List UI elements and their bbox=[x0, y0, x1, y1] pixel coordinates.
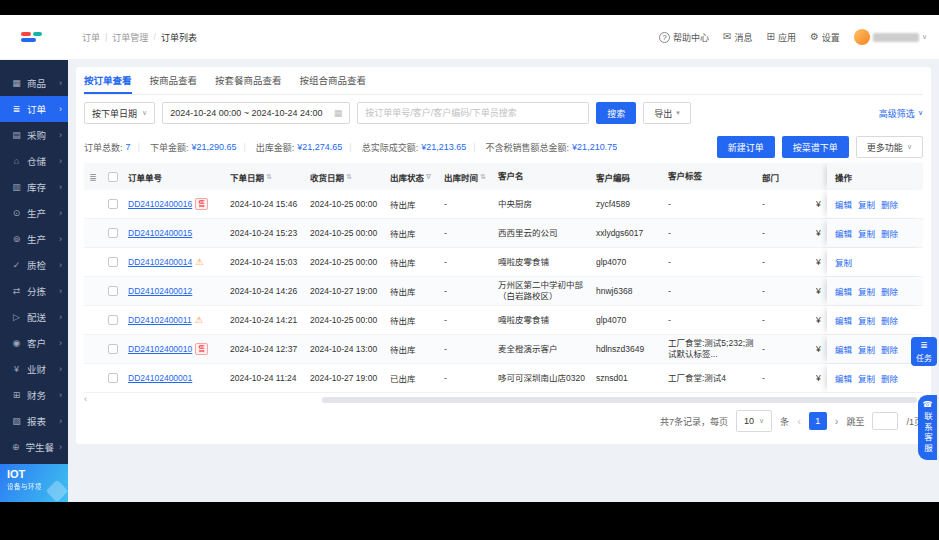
row-action-link[interactable]: 删除 bbox=[881, 227, 898, 239]
date-type-select[interactable]: 按下单日期 ∨ bbox=[84, 102, 155, 124]
order-number-link[interactable]: DD24102400010 bbox=[128, 344, 192, 354]
app-logo[interactable] bbox=[0, 32, 68, 42]
view-tab[interactable]: 按商品查看 bbox=[150, 67, 198, 94]
menu-order-button[interactable]: 按菜谱下单 bbox=[782, 136, 849, 158]
view-tab[interactable]: 按订单查看 bbox=[84, 67, 132, 94]
view-tab[interactable]: 按组合商品查看 bbox=[300, 67, 367, 94]
row-action-link[interactable]: 删除 bbox=[881, 343, 898, 355]
breadcrumb-group[interactable]: 订单管理 bbox=[112, 31, 148, 44]
next-page-button[interactable]: › bbox=[835, 416, 839, 427]
iot-footer[interactable]: IOT 设备与环境 bbox=[0, 464, 68, 502]
sidebar-item[interactable]: ▷ 配送 › bbox=[0, 304, 68, 330]
search-input[interactable] bbox=[357, 102, 589, 124]
sidebar-item[interactable]: ⇄ 分拣 › bbox=[0, 278, 68, 304]
cell-actions: 编辑复制删除 bbox=[827, 335, 923, 363]
row-action-link[interactable]: 复制 bbox=[858, 285, 875, 297]
user-menu[interactable]: ∨ bbox=[854, 29, 927, 45]
col-header-customer: 客户名 bbox=[494, 163, 592, 190]
more-functions-button[interactable]: 更多功能 ∨ bbox=[856, 136, 923, 158]
sidebar-item[interactable]: ⊚ 生产 › bbox=[0, 226, 68, 252]
order-number-link[interactable]: DD24102400012 bbox=[128, 286, 192, 296]
row-action-link[interactable]: 编辑 bbox=[835, 198, 852, 210]
row-checkbox[interactable] bbox=[108, 257, 118, 267]
row-checkbox[interactable] bbox=[108, 315, 118, 325]
current-page[interactable]: 1 bbox=[809, 412, 827, 430]
messages-button[interactable]: ✉ 消息 bbox=[723, 31, 752, 44]
sidebar-item[interactable]: ✓ 质检 › bbox=[0, 252, 68, 278]
row-action-link[interactable]: 编辑 bbox=[835, 314, 852, 326]
sidebar-item[interactable]: ¥ 业财 › bbox=[0, 356, 68, 382]
breadcrumb-section[interactable]: 订单 bbox=[82, 31, 100, 44]
filter-funnel-icon[interactable]: ∇ bbox=[426, 173, 431, 181]
iot-title: IOT bbox=[7, 468, 61, 481]
sidebar-item-icon: ▷ bbox=[11, 312, 22, 322]
page-jump-input[interactable] bbox=[872, 412, 898, 430]
sidebar-item[interactable]: ⊞ 财务 › bbox=[0, 382, 68, 408]
row-action-link[interactable]: 复制 bbox=[858, 227, 875, 239]
cell-delivery-date: 2024-10-27 19:00 bbox=[306, 364, 386, 392]
cell-customer: 嘎啦皮零食铺 bbox=[494, 306, 592, 334]
row-action-link[interactable]: 编辑 bbox=[835, 227, 852, 239]
row-action-link[interactable]: 编辑 bbox=[835, 372, 852, 384]
row-action-link[interactable]: 删除 bbox=[881, 314, 898, 326]
row-action-link[interactable]: 删除 bbox=[881, 198, 898, 210]
advanced-filter-link[interactable]: 高级筛选 ∨ bbox=[879, 107, 923, 120]
task-floating-button[interactable]: ≣ 任务 bbox=[911, 337, 937, 366]
help-icon: ? bbox=[659, 32, 670, 43]
apps-button[interactable]: ⊞ 应用 bbox=[766, 31, 795, 44]
row-checkbox[interactable] bbox=[108, 344, 118, 354]
order-number-link[interactable]: DD24102400015 bbox=[128, 228, 192, 238]
date-range-input[interactable]: 2024-10-24 00:00 ~ 2024-10-24 24:00 ▦ bbox=[162, 102, 350, 124]
row-checkbox[interactable] bbox=[108, 373, 118, 383]
export-button[interactable]: 导出 ▾ bbox=[643, 102, 691, 124]
sidebar-item[interactable]: ▥ 库存 › bbox=[0, 174, 68, 200]
cell-status: 待出库 bbox=[386, 277, 440, 305]
row-action-link[interactable]: 复制 bbox=[858, 372, 875, 384]
sidebar-item[interactable]: ⌂ 仓储 › bbox=[0, 148, 68, 174]
row-action-link[interactable]: 删除 bbox=[881, 372, 898, 384]
settings-button[interactable]: ⚙ 设置 bbox=[810, 31, 840, 44]
search-button[interactable]: 搜索 bbox=[596, 102, 636, 124]
sidebar-item[interactable]: ▧ 报表 › bbox=[0, 408, 68, 434]
cell-status: 待出库 bbox=[386, 306, 440, 334]
help-center-button[interactable]: ? 帮助中心 bbox=[659, 31, 709, 44]
order-number-link[interactable]: DD24102400014 bbox=[128, 257, 192, 267]
customer-service-floating-button[interactable]: ☎ 联系客服 bbox=[918, 395, 937, 460]
row-action-link[interactable]: 编辑 bbox=[835, 343, 852, 355]
sort-icon[interactable]: ⇅ bbox=[266, 173, 272, 181]
chevron-right-icon: › bbox=[59, 104, 62, 114]
prev-page-button[interactable]: ‹ bbox=[797, 416, 801, 427]
cell-outbound-time: - bbox=[440, 190, 494, 218]
row-action-link[interactable]: 复制 bbox=[858, 343, 875, 355]
page-size-select[interactable]: 10 ∨ bbox=[736, 410, 772, 432]
column-settings-icon[interactable]: ≣ bbox=[89, 172, 97, 182]
row-action-link[interactable]: 复制 bbox=[835, 256, 852, 268]
new-order-button[interactable]: 新建订单 bbox=[717, 136, 775, 158]
sidebar-item[interactable]: ⊕ 学生餐 › bbox=[0, 434, 68, 460]
scrollbar-track[interactable] bbox=[90, 397, 917, 403]
row-checkbox[interactable] bbox=[108, 199, 118, 209]
cell-delivery-date: 2024-10-25 00:00 bbox=[306, 190, 386, 218]
order-number-link[interactable]: DD24102400001 bbox=[128, 373, 192, 383]
sidebar-item[interactable]: ≣ 订单 › bbox=[0, 96, 68, 122]
select-all-checkbox[interactable] bbox=[108, 172, 118, 182]
sort-icon[interactable]: ⇅ bbox=[346, 173, 352, 181]
sidebar-item[interactable]: ◉ 客户 › bbox=[0, 330, 68, 356]
scrollbar-thumb[interactable] bbox=[322, 397, 917, 403]
scroll-left-arrow[interactable]: ‹ bbox=[84, 395, 87, 404]
chevron-down-icon: ▾ bbox=[676, 109, 680, 117]
row-checkbox[interactable] bbox=[108, 228, 118, 238]
sidebar-item-icon: ⊙ bbox=[11, 208, 22, 218]
row-action-link[interactable]: 复制 bbox=[858, 314, 875, 326]
row-action-link[interactable]: 编辑 bbox=[835, 285, 852, 297]
sidebar-item[interactable]: ▦ 商品 › bbox=[0, 70, 68, 96]
order-number-link[interactable]: DD24102400011 bbox=[128, 315, 192, 325]
sidebar-item[interactable]: ⊙ 生产 › bbox=[0, 200, 68, 226]
row-checkbox[interactable] bbox=[108, 286, 118, 296]
sidebar-item[interactable]: ▤ 采购 › bbox=[0, 122, 68, 148]
sort-icon[interactable]: ⇅ bbox=[480, 173, 486, 181]
order-number-link[interactable]: DD24102400016 bbox=[128, 199, 192, 209]
row-action-link[interactable]: 复制 bbox=[858, 198, 875, 210]
view-tab[interactable]: 按套餐商品查看 bbox=[215, 67, 282, 94]
row-action-link[interactable]: 删除 bbox=[881, 285, 898, 297]
